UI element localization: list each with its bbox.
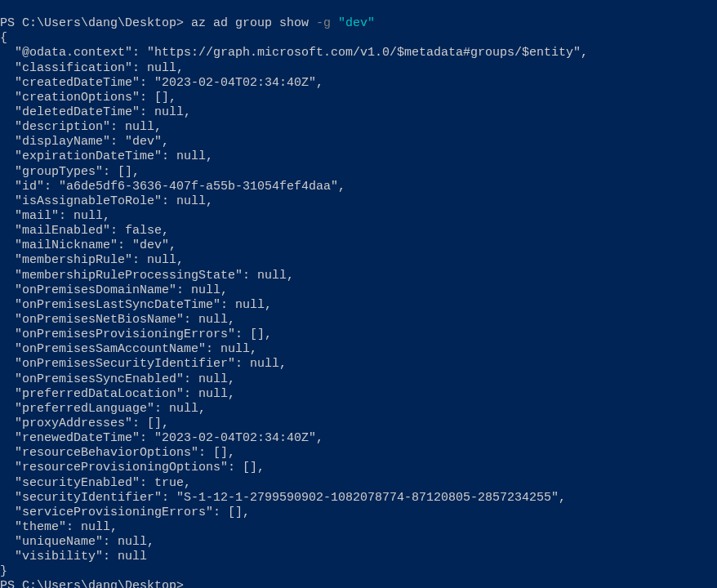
json-line: "createdDateTime": "2023-02-04T02:34:40Z… [0, 76, 323, 90]
json-line: "membershipRuleProcessingState": null, [0, 269, 294, 283]
json-line: "expirationDateTime": null, [0, 149, 213, 163]
json-line: "onPremisesSamAccountName": null, [0, 342, 257, 356]
json-line: "theme": null, [0, 520, 118, 534]
json-line: "securityIdentifier": "S-1-12-1-27995909… [0, 491, 566, 505]
json-line: "groupTypes": [], [0, 165, 140, 179]
json-line: "onPremisesDomainName": null, [0, 283, 228, 297]
json-line: "serviceProvisioningErrors": [], [0, 506, 250, 519]
json-line: "onPremisesNetBiosName": null, [0, 313, 235, 327]
ps-prompt: PS C:\Users\dang\Desktop> [0, 16, 191, 30]
json-line: "isAssignableToRole": null, [0, 194, 213, 208]
command-argument: "dev" [338, 16, 375, 30]
json-line: "onPremisesSyncEnabled": null, [0, 372, 235, 386]
json-line: "mailNickname": "dev", [0, 238, 176, 252]
json-line: "description": null, [0, 120, 162, 134]
json-line: "uniqueName": null, [0, 535, 154, 549]
json-open-brace: { [0, 31, 7, 45]
ps-prompt: PS C:\Users\dang\Desktop> [0, 579, 191, 588]
json-line: "renewedDateTime": "2023-02-04T02:34:40Z… [0, 431, 323, 445]
json-line: "@odata.context": "https://graph.microso… [0, 46, 588, 60]
json-line: "classification": null, [0, 61, 184, 75]
prompt-line-1: PS C:\Users\dang\Desktop> az ad group sh… [0, 16, 375, 30]
command-name: az ad group show [191, 16, 316, 30]
json-line: "deletedDateTime": null, [0, 105, 191, 119]
json-line: "onPremisesProvisioningErrors": [], [0, 327, 272, 341]
json-line: "resourceProvisioningOptions": [], [0, 461, 265, 474]
json-line: "membershipRule": null, [0, 253, 184, 267]
json-line: "preferredLanguage": null, [0, 402, 206, 416]
powershell-terminal[interactable]: PS C:\Users\dang\Desktop> az ad group sh… [0, 2, 717, 588]
json-line: "resourceBehaviorOptions": [], [0, 446, 235, 460]
json-line: "securityEnabled": true, [0, 476, 191, 490]
json-line: "visibility": null [0, 550, 147, 564]
json-line: "onPremisesSecurityIdentifier": null, [0, 357, 287, 371]
json-line: "onPremisesLastSyncDateTime": null, [0, 298, 272, 312]
json-line: "creationOptions": [], [0, 91, 176, 105]
json-line: "mail": null, [0, 209, 110, 223]
json-line: "displayName": "dev", [0, 135, 169, 149]
json-line: "mailEnabled": false, [0, 224, 169, 238]
command-flag: -g [316, 16, 338, 30]
json-line: "proxyAddresses": [], [0, 416, 169, 430]
json-line: "preferredDataLocation": null, [0, 387, 235, 401]
json-line: "id": "a6de5df6-3636-407f-a55b-31054fef4… [0, 180, 345, 194]
json-close-brace: } [0, 564, 7, 578]
prompt-line-2: PS C:\Users\dang\Desktop> [0, 579, 198, 588]
